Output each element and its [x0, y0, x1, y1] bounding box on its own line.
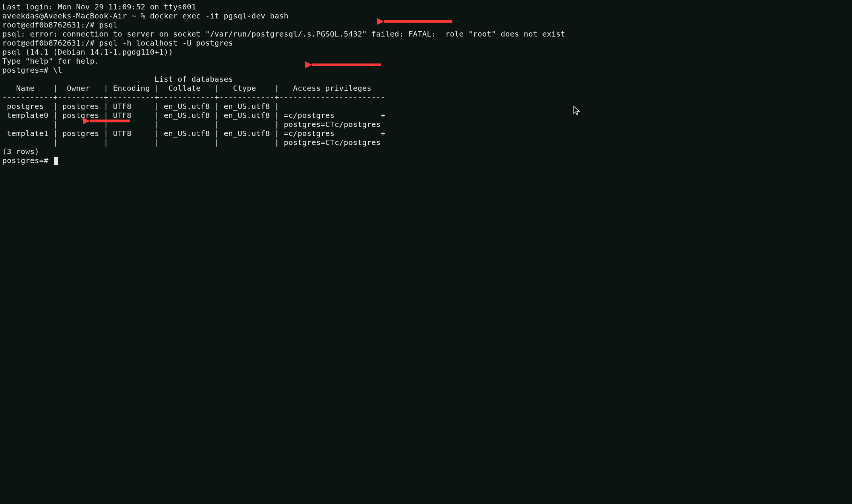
- prompt-text: postgres=#: [2, 156, 53, 165]
- psql-error-line: psql: error: connection to server on soc…: [2, 29, 850, 38]
- shell-prompt-docker-exec: aveekdas@Aveeks-MacBook-Air ~ % docker e…: [2, 11, 850, 20]
- root-prompt-psql-localhost: root@edf0b8762631:/# psql -h localhost -…: [2, 38, 850, 47]
- table-row: template1 | postgres | UTF8 | en_US.utf8…: [2, 129, 850, 138]
- psql-prompt-list: postgres=# \l: [2, 66, 850, 75]
- psql-prompt-current[interactable]: postgres=#: [2, 156, 850, 165]
- table-divider: -----------+----------+----------+------…: [2, 93, 850, 102]
- root-prompt-psql: root@edf0b8762631:/# psql: [2, 20, 850, 29]
- terminal-output[interactable]: Last login: Mon Nov 29 11:09:52 on ttys0…: [2, 2, 850, 165]
- table-row: postgres | postgres | UTF8 | en_US.utf8 …: [2, 102, 850, 111]
- text-cursor: [54, 157, 58, 165]
- psql-help-line: Type "help" for help.: [2, 57, 850, 66]
- row-count-line: (3 rows): [2, 147, 850, 156]
- table-row: | | | | | postgres=CTc/postgres: [2, 120, 850, 129]
- list-of-databases-header: List of databases: [2, 75, 850, 84]
- table-row: template0 | postgres | UTF8 | en_US.utf8…: [2, 111, 850, 120]
- table-column-header: Name | Owner | Encoding | Collate | Ctyp…: [2, 84, 850, 93]
- last-login-line: Last login: Mon Nov 29 11:09:52 on ttys0…: [2, 2, 850, 11]
- psql-version-line: psql (14.1 (Debian 14.1-1.pgdg110+1)): [2, 47, 850, 57]
- table-row: | | | | | postgres=CTc/postgres: [2, 138, 850, 147]
